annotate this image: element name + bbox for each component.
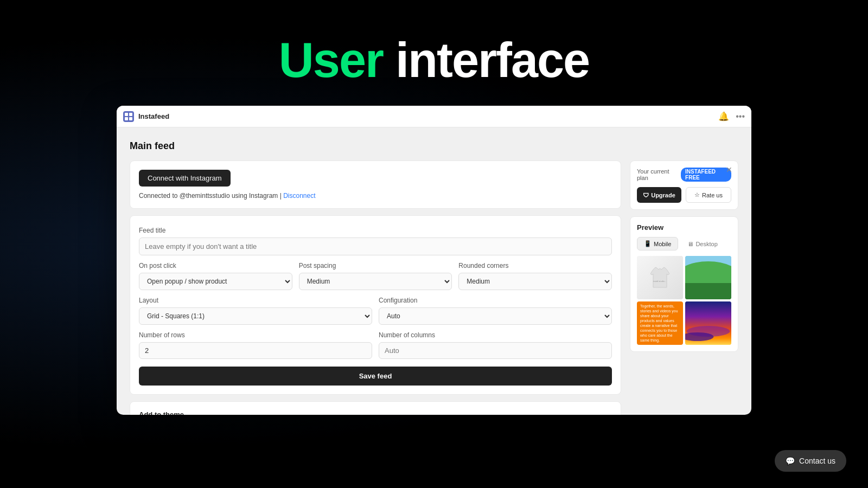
plan-badge: INSTAFEED FREE [681, 168, 731, 182]
num-columns-col: Number of columns [379, 331, 612, 359]
svg-text:instaf studio...: instaf studio... [653, 280, 667, 282]
hero-title: User interface [279, 33, 589, 88]
desktop-icon: 🖥 [687, 241, 693, 247]
configuration-label: Configuration [379, 297, 612, 304]
num-rows-col: Number of rows [139, 331, 372, 359]
connect-info: Connected to @theminttsstudio using Inst… [139, 192, 612, 200]
rate-us-button[interactable]: ☆ Rate us [686, 187, 731, 203]
connect-card: Connect with Instagram Connected to @the… [130, 160, 621, 209]
page-title: Main feed [130, 140, 738, 152]
rounded-corners-select[interactable]: Medium [458, 273, 612, 290]
rate-label: Rate us [702, 192, 723, 198]
tab-desktop[interactable]: 🖥 Desktop [680, 237, 724, 251]
upgrade-label: Upgrade [651, 192, 675, 198]
app-icon-cell-3 [125, 117, 128, 120]
grid-cell-hoodie: instaf studio... [637, 256, 683, 299]
svg-rect-3 [685, 283, 731, 299]
feed-title-section: Feed title [139, 227, 612, 255]
rounded-corners-label: Rounded corners [458, 262, 612, 269]
disconnect-link[interactable]: Disconnect [283, 192, 315, 200]
plan-notice-close-button[interactable]: ✕ [726, 165, 732, 174]
on-post-click-label: On post click [139, 262, 292, 269]
on-post-click-col: On post click Open popup / show product [139, 262, 292, 290]
layout-col: Layout Grid - Squares (1:1) [139, 297, 372, 325]
post-spacing-label: Post spacing [299, 262, 452, 269]
title-bar-right: 🔔 ••• [718, 111, 745, 121]
plan-notice-row: Your current plan INSTAFEED FREE [637, 168, 731, 182]
layout-label: Layout [139, 297, 372, 304]
sunset-image [685, 301, 731, 345]
hoodie-image: instaf studio... [637, 256, 683, 299]
app-icon-cell-1 [125, 113, 128, 116]
plan-label: Your current plan [637, 168, 678, 181]
orange-post-image: Together, the words, stories and videos … [637, 301, 683, 345]
post-spacing-col: Post spacing Medium [299, 262, 452, 290]
orange-post-text: Together, the words, stories and videos … [640, 304, 680, 343]
feed-title-label: Feed title [139, 227, 612, 234]
connected-text: Connected to @theminttsstudio using Inst… [139, 192, 282, 200]
number-of-rows-input[interactable] [139, 342, 372, 359]
app-name: Instafeed [138, 112, 169, 120]
on-post-click-select[interactable]: Open popup / show product [139, 273, 292, 290]
landscape-image [685, 256, 731, 299]
chat-icon: 💬 [786, 457, 795, 465]
cards-layout: Connect with Instagram Connected to @the… [130, 160, 738, 415]
main-content: Main feed Connect with Instagram Connect… [117, 127, 751, 415]
rounded-corners-col: Rounded corners Medium [458, 262, 612, 290]
configuration-col: Configuration Auto [379, 297, 612, 325]
configuration-select[interactable]: Auto [379, 307, 612, 325]
preview-title: Preview [637, 223, 731, 232]
plan-actions: 🛡 Upgrade ☆ Rate us [637, 187, 731, 203]
upgrade-button[interactable]: 🛡 Upgrade [637, 187, 681, 203]
grid-cell-orange: Together, the words, stories and videos … [637, 301, 683, 345]
layout-row: Layout Grid - Squares (1:1) Configuratio… [139, 297, 612, 325]
left-panel: Connect with Instagram Connected to @the… [130, 160, 621, 415]
hoodie-svg: instaf studio... [645, 263, 675, 293]
preview-tabs: 📱 Mobile 🖥 Desktop [637, 237, 731, 251]
feed-config-card: Feed title On post click Open popup / sh… [130, 215, 621, 395]
plan-notice-card: ✕ Your current plan INSTAFEED FREE 🛡 Upg… [630, 160, 738, 210]
tab-mobile-label: Mobile [654, 241, 671, 247]
contact-us-button[interactable]: 💬 Contact us [775, 450, 846, 472]
app-icon [123, 111, 134, 122]
layout-select[interactable]: Grid - Squares (1:1) [139, 307, 372, 325]
right-panel: ✕ Your current plan INSTAFEED FREE 🛡 Upg… [630, 160, 738, 352]
post-settings-row: On post click Open popup / show product … [139, 262, 612, 290]
grid-cell-sunset [685, 301, 731, 345]
contact-us-label: Contact us [799, 457, 835, 465]
title-bar: Instafeed 🔔 ••• [117, 106, 751, 127]
more-icon[interactable]: ••• [736, 112, 745, 121]
mobile-icon: 📱 [644, 240, 652, 247]
number-of-rows-label: Number of rows [139, 331, 372, 339]
post-spacing-select[interactable]: Medium [299, 273, 452, 290]
app-window: Instafeed 🔔 ••• Main feed Connect with I… [117, 106, 751, 415]
number-of-columns-label: Number of columns [379, 331, 612, 339]
add-to-theme-title: Add to theme [139, 410, 612, 415]
connect-instagram-button[interactable]: Connect with Instagram [139, 170, 231, 187]
tab-mobile[interactable]: 📱 Mobile [637, 237, 678, 251]
hero-title-green: User [279, 33, 383, 87]
landscape-svg [685, 256, 731, 299]
app-icon-cell-4 [129, 117, 132, 120]
number-of-columns-input[interactable] [379, 342, 612, 359]
feed-title-input[interactable] [139, 237, 612, 255]
sunset-svg [685, 301, 731, 345]
hero-title-white: interface [395, 33, 589, 87]
title-bar-left: Instafeed [123, 111, 169, 122]
app-icon-cell-2 [129, 113, 132, 116]
add-to-theme-card: Add to theme Add Instafeed to your theme… [130, 401, 621, 415]
preview-image-grid: instaf studio... [637, 256, 731, 345]
tab-desktop-label: Desktop [695, 241, 717, 247]
bell-icon[interactable]: 🔔 [718, 111, 729, 121]
upgrade-icon: 🛡 [643, 192, 649, 198]
save-feed-button[interactable]: Save feed [139, 367, 612, 386]
grid-cell-landscape [685, 256, 731, 299]
rows-columns-row: Number of rows Number of columns [139, 331, 612, 359]
preview-card: Preview 📱 Mobile 🖥 Desktop [630, 216, 738, 352]
star-icon: ☆ [694, 191, 700, 198]
